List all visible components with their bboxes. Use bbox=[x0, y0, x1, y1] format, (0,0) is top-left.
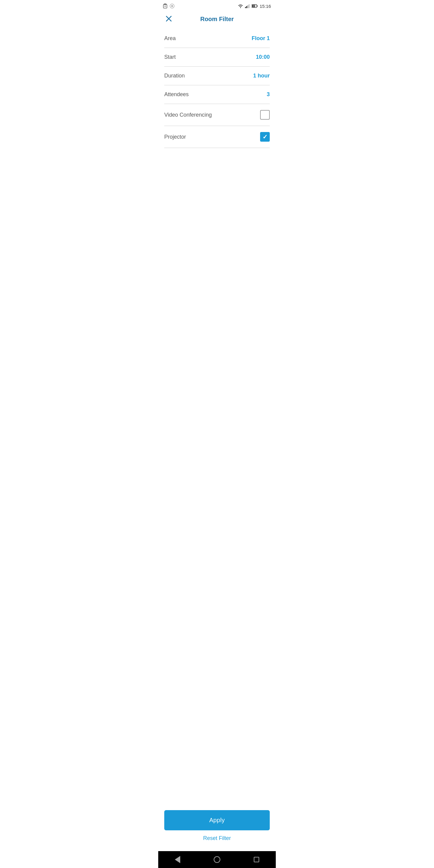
svg-rect-2 bbox=[164, 5, 166, 7]
checkbox-video-conferencing[interactable] bbox=[260, 110, 270, 120]
filter-label-video-conferencing: Video Conferencing bbox=[164, 112, 212, 118]
sim-icon bbox=[163, 4, 167, 8]
status-bar-right: 15:16 bbox=[238, 4, 271, 9]
status-time: 15:16 bbox=[259, 4, 271, 9]
filter-value-attendees: 3 bbox=[267, 91, 270, 98]
nav-recent-button[interactable] bbox=[254, 857, 259, 862]
nav-back-button[interactable] bbox=[175, 856, 180, 863]
filter-label-start: Start bbox=[164, 54, 176, 60]
filter-label-duration: Duration bbox=[164, 73, 185, 79]
nav-home-icon bbox=[214, 856, 220, 863]
filter-value-duration: 1 hour bbox=[253, 73, 270, 79]
svg-rect-10 bbox=[257, 5, 258, 7]
wifi-icon bbox=[238, 4, 243, 8]
filter-row-duration[interactable]: Duration 1 hour bbox=[164, 67, 270, 85]
signal-icon bbox=[245, 4, 250, 8]
checkbox-projector[interactable] bbox=[260, 132, 270, 142]
status-bar: 15:16 bbox=[158, 0, 276, 12]
filter-label-projector: Projector bbox=[164, 134, 186, 140]
button-section: Apply Reset Filter bbox=[158, 801, 276, 851]
apply-button[interactable]: Apply bbox=[164, 810, 270, 830]
svg-marker-1 bbox=[163, 4, 167, 4]
filter-label-area: Area bbox=[164, 35, 176, 41]
filter-list: Area Floor 1 Start 10:00 Duration 1 hour… bbox=[158, 29, 276, 801]
nav-home-button[interactable] bbox=[214, 856, 220, 863]
svg-point-4 bbox=[171, 5, 173, 7]
svg-rect-8 bbox=[249, 4, 250, 8]
filter-row-projector[interactable]: Projector bbox=[164, 126, 270, 148]
filter-row-attendees[interactable]: Attendees 3 bbox=[164, 85, 270, 104]
filter-value-start: 10:00 bbox=[256, 54, 270, 60]
filter-row-area[interactable]: Area Floor 1 bbox=[164, 29, 270, 48]
page-title: Room Filter bbox=[200, 16, 234, 23]
filter-row-video-conferencing[interactable]: Video Conferencing bbox=[164, 104, 270, 126]
navigation-bar bbox=[158, 851, 276, 868]
svg-rect-6 bbox=[246, 6, 247, 8]
battery-icon bbox=[252, 4, 258, 8]
filter-row-start[interactable]: Start 10:00 bbox=[164, 48, 270, 67]
nav-back-icon bbox=[175, 856, 180, 863]
filter-label-attendees: Attendees bbox=[164, 91, 189, 98]
svg-rect-5 bbox=[245, 7, 246, 8]
reset-filter-button[interactable]: Reset Filter bbox=[164, 830, 270, 846]
settings-icon bbox=[170, 4, 175, 8]
status-bar-left bbox=[163, 4, 175, 8]
filter-value-area: Floor 1 bbox=[252, 35, 270, 41]
close-button[interactable] bbox=[164, 14, 173, 24]
header: Room Filter bbox=[158, 12, 276, 26]
svg-rect-7 bbox=[247, 5, 248, 8]
nav-recent-icon bbox=[254, 857, 259, 862]
close-icon bbox=[165, 16, 172, 22]
